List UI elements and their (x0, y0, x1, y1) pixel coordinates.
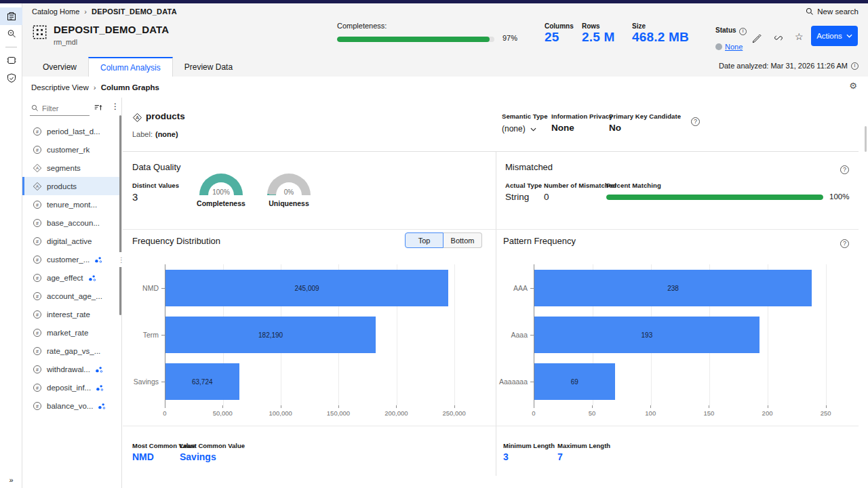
sidebar-item-age_effect[interactable]: #age_effect (22, 268, 121, 287)
semantic-type-dropdown[interactable]: (none) (502, 124, 548, 134)
numeric-type-icon: # (33, 273, 42, 283)
numeric-type-icon: # (33, 346, 42, 356)
column-item-label: account_age_... (47, 292, 102, 300)
projects-nav-icon[interactable] (0, 52, 22, 69)
sidebar-item-market_rate[interactable]: #market_rate (22, 323, 121, 342)
mismatched-title: Mismatched (505, 162, 553, 172)
columns-value: 25 (545, 30, 574, 45)
max-length-value: 7 (557, 451, 610, 462)
bar-AAA[interactable]: 238 (534, 270, 812, 306)
expand-rail-icon[interactable]: » (0, 476, 22, 484)
column-item-label: products (47, 182, 77, 190)
toggle-bottom-button[interactable]: Bottom (443, 232, 482, 248)
schema-name: rm_mdl (54, 38, 77, 46)
date-info-icon[interactable]: i (851, 62, 859, 70)
pattern-frequency-chart: AAAAaaaAaaaaaa23819369050100150200250 (492, 264, 833, 420)
bar-Aaaa[interactable]: 193 (534, 317, 760, 353)
column-list-panel: ⋮ #period_last_d...#customer_rkAsegments… (22, 98, 122, 488)
num-mismatched-value: 0 (544, 192, 616, 202)
rail-divider (5, 47, 17, 47)
actions-button[interactable]: Actions (811, 26, 858, 46)
sidebar-item-segments[interactable]: Asegments (22, 159, 121, 177)
sidebar-item-account_age_[interactable]: #account_age_... (22, 287, 121, 305)
sidebar-item-deposit_inf[interactable]: #deposit_inf... (22, 378, 121, 396)
svg-text:#: # (36, 257, 39, 262)
svg-text:#: # (36, 312, 39, 317)
sidebar-item-products[interactable]: Aproducts (22, 177, 121, 195)
descriptive-view-link[interactable]: Descriptive View (31, 83, 89, 92)
column-help-icon[interactable]: ? (691, 114, 700, 126)
sidebar-scrollbar[interactable] (119, 115, 121, 315)
toggle-top-button[interactable]: Top (405, 232, 443, 248)
asset-header-row: DEPOSIT_DEMO_DATA rm_mdl Completeness: 9… (22, 20, 868, 57)
sidebar-item-rate_gap_vs_[interactable]: #rate_gap_vs_... (22, 342, 121, 360)
sidebar-item-interest_rate[interactable]: #interest_rate (22, 305, 121, 323)
column-item-label: digital_active (47, 237, 92, 245)
sidebar-item-customer_[interactable]: #customer_... (22, 250, 121, 268)
sidebar-item-balance_vo[interactable]: #balance_vo... (22, 396, 121, 415)
actual-type-value: String (505, 192, 542, 202)
status-value-link[interactable]: None (725, 43, 743, 51)
svg-text:#: # (36, 275, 39, 280)
bar-value-label: 238 (667, 284, 679, 291)
tab-column-analysis[interactable]: Column Analysis (88, 57, 173, 77)
star-icon[interactable]: ☆ (795, 31, 804, 42)
tab-preview-data[interactable]: Preview Data (173, 57, 244, 77)
gridline (826, 264, 827, 405)
gauge-label: Completeness (191, 199, 252, 207)
numeric-type-icon: # (33, 310, 42, 319)
string-type-icon: A (33, 163, 42, 173)
filter-field[interactable] (30, 101, 90, 116)
search-locate-icon (6, 28, 17, 39)
completeness-gauge: 100%Completeness (191, 174, 252, 207)
column-item-label: customer_... (47, 256, 90, 264)
mismatched-help-icon[interactable]: ? (840, 162, 849, 174)
distinct-values-block: Distinct Values 3 (132, 182, 179, 203)
filter-input[interactable] (42, 104, 83, 113)
bar-Savings[interactable]: 63,724 (165, 363, 239, 400)
sidebar-item-tenure_mont[interactable]: #tenure_mont... (22, 195, 121, 214)
governance-nav-icon[interactable] (0, 69, 22, 87)
svg-text:A: A (36, 184, 39, 188)
quality-gauges: 100%Completeness0%Uniqueness (191, 174, 319, 207)
information-privacy-block: Information Privacy None (551, 113, 613, 133)
tab-overview[interactable]: Overview (31, 57, 88, 77)
sidebar-item-base_accoun[interactable]: #base_accoun... (22, 214, 121, 232)
column-analysis-panel: A products Label:(none) Semantic Type (n… (123, 98, 868, 488)
bar-Aaaaaaa[interactable]: 69 (534, 363, 615, 400)
sidebar-item-period_last_d[interactable]: #period_last_d... (22, 122, 121, 140)
link-icon[interactable] (773, 33, 784, 46)
privacy-value: None (551, 123, 613, 133)
distinct-values-label: Distinct Values (132, 182, 179, 189)
sidebar-item-digital_active[interactable]: #digital_active (22, 232, 121, 250)
bar-NMD[interactable]: 245,009 (165, 270, 448, 306)
sort-icon[interactable] (94, 103, 103, 115)
svg-text:#: # (36, 403, 39, 408)
columns-stat: Columns 25 (545, 22, 574, 45)
main-scrollbar[interactable] (865, 126, 867, 152)
svg-text:#: # (36, 293, 39, 298)
new-search-button[interactable]: New search (806, 7, 859, 16)
breadcrumb-catalog-home[interactable]: Catalog Home (32, 7, 79, 16)
sidebar-item-withdrawal[interactable]: #withdrawal... (22, 360, 121, 378)
least-common-label: Least Common Value (180, 442, 245, 449)
numeric-type-icon: # (33, 200, 42, 209)
settings-gear-icon[interactable]: ⚙ (849, 81, 857, 91)
rows-value: 2.5 M (582, 30, 615, 45)
min-length-label: Minimum Length (503, 442, 555, 449)
catalog-nav-icon[interactable] (0, 7, 22, 25)
edit-icon[interactable] (751, 33, 762, 46)
bar-value-label: 63,724 (192, 378, 213, 386)
pattern-frequency-help-icon[interactable]: ? (840, 236, 849, 248)
svg-text:#: # (36, 385, 39, 390)
status-info-icon[interactable]: i (739, 28, 747, 35)
metadata-search-nav-icon[interactable] (0, 25, 22, 43)
numeric-type-icon: # (33, 328, 42, 338)
overflow-menu-icon[interactable]: ⋮ (111, 102, 119, 111)
app-window: » Catalog Home › DEPOSIT_DEMO_DATA New s… (0, 0, 868, 488)
column-item-label: interest_rate (47, 310, 90, 319)
breadcrumb-current: DEPOSIT_DEMO_DATA (92, 7, 177, 16)
min-length-block: Minimum Length 3 (503, 442, 555, 462)
sidebar-item-customer_rk[interactable]: #customer_rk (22, 140, 121, 159)
bar-Term[interactable]: 182,190 (165, 317, 376, 353)
